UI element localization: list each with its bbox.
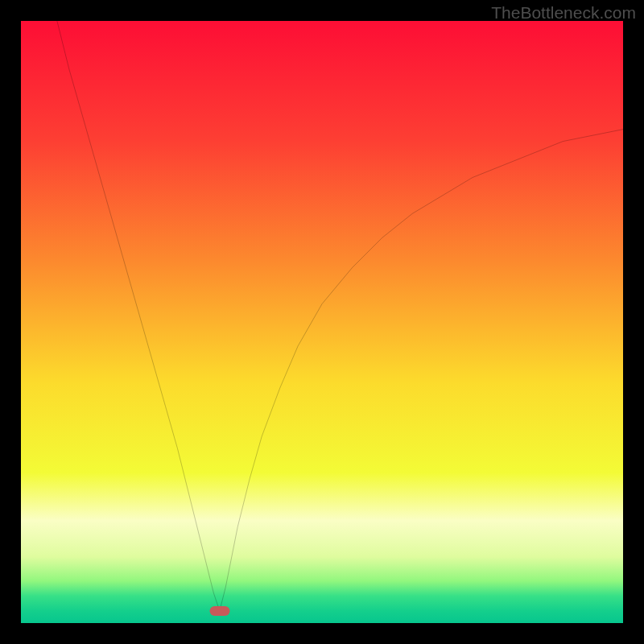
minimum-marker — [209, 606, 229, 616]
attribution-text: TheBottleneck.com — [491, 3, 636, 23]
bottleneck-curve — [21, 21, 623, 623]
chart-frame: TheBottleneck.com — [0, 0, 644, 644]
plot-area — [21, 21, 623, 623]
